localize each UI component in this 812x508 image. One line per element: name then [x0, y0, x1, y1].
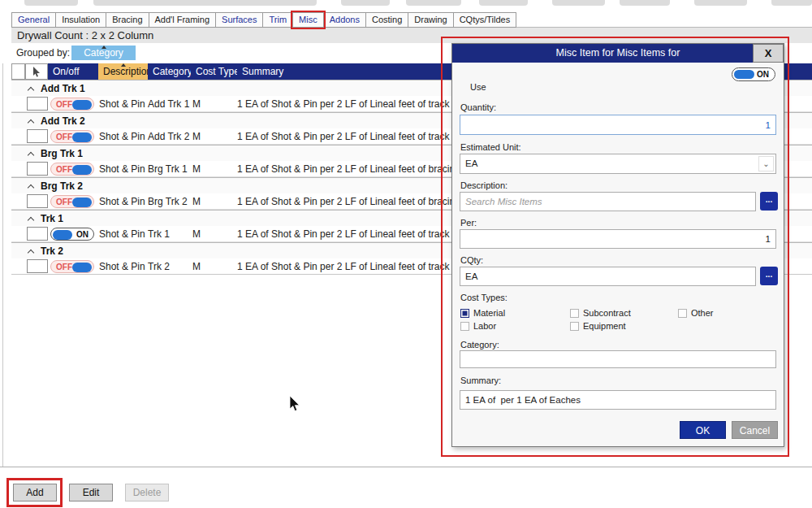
- group-by-chip-label: Category: [84, 47, 123, 59]
- estimated-unit-select[interactable]: EA ⌄: [460, 154, 776, 174]
- header-selector-cell: [25, 63, 48, 80]
- cqty-input[interactable]: [460, 267, 756, 286]
- row-summary: 1 EA of Shot & Pin per 2 LF of Lineal fe…: [237, 98, 458, 110]
- use-toggle[interactable]: ON: [732, 67, 775, 81]
- row-category: Add Trk 2: [148, 131, 189, 142]
- onoff-toggle[interactable]: OFF: [50, 195, 94, 208]
- edit-button[interactable]: Edit: [69, 484, 113, 501]
- onoff-toggle[interactable]: ON: [50, 228, 94, 241]
- collapse-chevron-icon[interactable]: [28, 217, 34, 224]
- collapse-chevron-icon[interactable]: [28, 152, 34, 158]
- toolbar-remnant: [620, 0, 670, 6]
- collapse-chevron-icon[interactable]: [28, 87, 34, 93]
- quantity-label: Quantity:: [460, 102, 496, 112]
- onoff-toggle[interactable]: OFF: [50, 130, 94, 143]
- toggle-label: OFF: [56, 198, 72, 206]
- description-search-input[interactable]: [460, 192, 756, 211]
- row-description: Shot & Pin: [99, 261, 145, 272]
- checkbox-icon[interactable]: [570, 322, 579, 331]
- summary-input[interactable]: [460, 390, 776, 410]
- tab-drawing[interactable]: Drawing: [408, 12, 453, 28]
- column-header-onoff[interactable]: On/off: [48, 63, 98, 80]
- row-select-checkbox[interactable]: [27, 162, 48, 176]
- row-summary: 1 EA of Shot & Pin per 2 LF of Lineal fe…: [237, 196, 469, 207]
- add-button[interactable]: Add: [13, 484, 57, 501]
- row-select-checkbox[interactable]: [27, 227, 48, 241]
- cancel-button[interactable]: Cancel: [732, 421, 778, 439]
- row-description: Shot & Pin: [99, 196, 145, 207]
- checkbox-icon[interactable]: [570, 309, 579, 318]
- tab-costing[interactable]: Costing: [365, 12, 408, 28]
- checkbox-equipment[interactable]: Equipment: [570, 320, 626, 332]
- checkbox-material[interactable]: Material: [460, 307, 505, 319]
- toggle-label: OFF: [56, 263, 72, 271]
- category-label: Category:: [460, 340, 499, 350]
- row-summary: 1 EA of Shot & Pin per 2 LF of Lineal fe…: [237, 261, 458, 272]
- tab-misc[interactable]: Misc: [292, 12, 324, 28]
- header-gutter-cell: [11, 63, 25, 80]
- onoff-toggle[interactable]: OFF: [50, 260, 94, 273]
- toggle-label: ON: [757, 70, 769, 79]
- tab-trim[interactable]: Trim: [262, 12, 293, 28]
- toggle-knob-icon: [72, 165, 92, 175]
- description-browse-button[interactable]: ...: [760, 192, 778, 211]
- mouse-cursor-icon: [289, 396, 301, 413]
- tab-cqtys-tildes[interactable]: CQtys/Tildes: [453, 12, 517, 28]
- column-header-cost-types[interactable]: Cost Types: [191, 63, 237, 80]
- tab-surfaces[interactable]: Surfaces: [215, 12, 263, 28]
- toggle-knob-icon: [72, 198, 92, 207]
- row-select-checkbox[interactable]: [27, 97, 48, 111]
- chevron-down-icon[interactable]: ⌄: [758, 156, 774, 172]
- onoff-toggle[interactable]: OFF: [50, 163, 94, 176]
- tab-bar: General Insulation Bracing Add'l Framing…: [11, 12, 516, 28]
- tab-general[interactable]: General: [11, 12, 56, 28]
- row-summary: 1 EA of Shot & Pin per 2 LF of Lineal fe…: [237, 163, 469, 175]
- dialog-titlebar[interactable]: Misc Item for Misc Items for X: [452, 44, 784, 63]
- tab-addons[interactable]: Addons: [323, 12, 366, 28]
- checkbox-icon[interactable]: [678, 309, 687, 318]
- collapse-chevron-icon[interactable]: [28, 119, 34, 126]
- toolbar-remnant: [479, 0, 528, 6]
- checkbox-labor[interactable]: Labor: [460, 320, 496, 332]
- pointer-icon: [32, 67, 41, 78]
- toolbar-remnant: [694, 0, 747, 6]
- row-cost-types: M: [192, 98, 201, 110]
- collapse-chevron-icon[interactable]: [28, 250, 34, 256]
- row-select-checkbox[interactable]: [27, 259, 48, 273]
- misc-item-dialog: Misc Item for Misc Items for X ON Use Qu…: [451, 43, 784, 447]
- collapse-chevron-icon[interactable]: [28, 185, 34, 191]
- column-header-description[interactable]: Description: [98, 63, 148, 80]
- grouped-by-label: Grouped by:: [16, 47, 70, 59]
- tab-bracing[interactable]: Bracing: [106, 12, 149, 28]
- checkbox-label: Equipment: [583, 321, 626, 331]
- estimated-unit-value: EA: [465, 158, 477, 168]
- column-header-category[interactable]: Category: [148, 63, 191, 80]
- per-input[interactable]: [460, 229, 776, 249]
- checkbox-label: Subcontract: [583, 308, 631, 318]
- ok-button[interactable]: OK: [680, 421, 726, 439]
- checkbox-label: Other: [691, 308, 714, 318]
- row-category: Brg Trk 2: [148, 196, 188, 207]
- category-input[interactable]: [460, 350, 776, 368]
- checkbox-icon[interactable]: [460, 309, 469, 318]
- group-by-chip[interactable]: Category: [71, 46, 136, 60]
- quantity-input[interactable]: [460, 115, 776, 135]
- cqty-browse-button[interactable]: ...: [760, 267, 778, 285]
- close-button[interactable]: X: [753, 44, 784, 63]
- toolbar-remnant: [552, 0, 605, 6]
- delete-button[interactable]: Delete: [125, 484, 169, 501]
- row-select-checkbox[interactable]: [27, 129, 48, 143]
- toggle-knob-icon: [72, 263, 92, 272]
- group-name: Brg Trk 1: [41, 148, 83, 159]
- tab-addl-framing[interactable]: Add'l Framing: [149, 12, 217, 28]
- tab-insulation[interactable]: Insulation: [55, 12, 106, 28]
- page-title: Drywall Count : 2 x 2 Column: [11, 27, 812, 43]
- checkbox-other[interactable]: Other: [678, 307, 714, 319]
- row-select-checkbox[interactable]: [27, 194, 48, 208]
- toggle-label: OFF: [56, 132, 72, 141]
- checkbox-subcontract[interactable]: Subcontract: [570, 307, 631, 319]
- checkbox-icon[interactable]: [460, 322, 469, 331]
- row-description: Shot & Pin: [99, 131, 145, 142]
- toggle-knob-icon: [53, 230, 72, 240]
- onoff-toggle[interactable]: OFF: [50, 98, 94, 111]
